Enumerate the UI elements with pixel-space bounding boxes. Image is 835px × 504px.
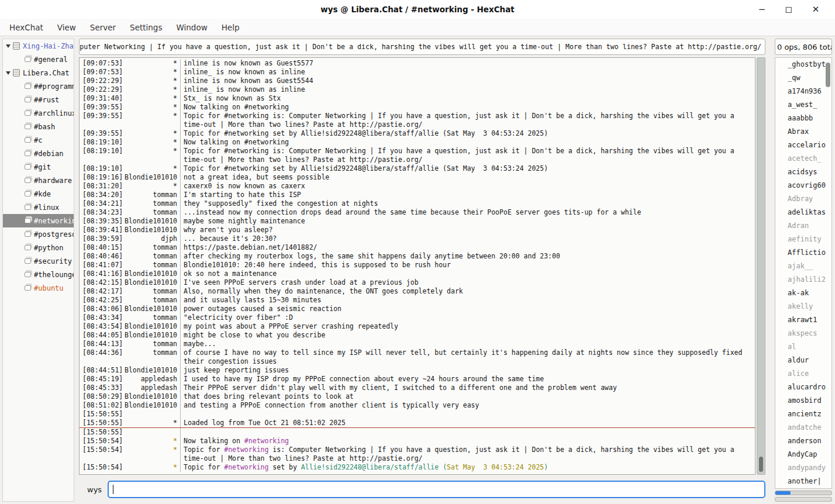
list-item[interactable]: a_west_ bbox=[775, 98, 831, 112]
userlist-column: 0 ops, 806 total _ghostbyt_qwa174n936a_w… bbox=[775, 39, 832, 502]
scrollbar-thumb[interactable] bbox=[759, 457, 763, 472]
list-item[interactable]: amosbird bbox=[775, 394, 831, 408]
list-item[interactable]: ak-ak bbox=[775, 286, 831, 300]
list-item[interactable]: Abrax bbox=[775, 125, 831, 139]
list-item[interactable]: andatche bbox=[775, 421, 831, 434]
nick: tomman bbox=[123, 191, 177, 199]
list-item[interactable]: AndyCap bbox=[775, 448, 831, 461]
timestamp: [08:31:20] bbox=[80, 182, 123, 191]
timestamp: [08:40:15] bbox=[80, 243, 123, 252]
list-item[interactable]: akelly bbox=[775, 300, 831, 313]
list-item[interactable]: Adbray bbox=[775, 192, 831, 206]
message-segment: ok so not a maintenance bbox=[184, 270, 277, 278]
server-icon bbox=[13, 69, 20, 77]
tree-item--c[interactable]: #c bbox=[3, 133, 74, 147]
timestamp: [08:43:06] bbox=[80, 305, 123, 313]
tree-item--bash[interactable]: #bash bbox=[3, 120, 74, 133]
list-item[interactable]: Afflictio bbox=[775, 246, 831, 260]
list-item[interactable]: alice bbox=[775, 367, 831, 381]
tree-item--general[interactable]: #general bbox=[3, 53, 74, 66]
tree-item-xing-hai-zhan[interactable]: Xing-Hai-Zhan bbox=[3, 39, 74, 53]
tree-item--debian[interactable]: #debian bbox=[3, 147, 74, 160]
menu-item-hexchat[interactable]: HexChat bbox=[2, 20, 50, 35]
tree-item--security[interactable]: #security bbox=[3, 254, 74, 268]
channel-icon bbox=[25, 285, 31, 291]
list-item[interactable]: _qw bbox=[775, 71, 831, 85]
pane-splitter[interactable] bbox=[74, 39, 79, 502]
chat-row: [08:39:59]djph... because it's 20:30? bbox=[80, 234, 755, 243]
event-star: * bbox=[123, 446, 177, 463]
message-text: I've seen PPPoE servers crash under load… bbox=[180, 278, 755, 287]
event-star: * bbox=[123, 437, 177, 446]
chat-scrollbar[interactable] bbox=[757, 57, 765, 475]
topic-input[interactable]: Computer Networking | If you have a ques… bbox=[79, 39, 765, 55]
menu-item-view[interactable]: View bbox=[50, 20, 83, 35]
message-text: inline_ is now known as inline bbox=[180, 68, 755, 77]
channel-icon bbox=[25, 164, 31, 170]
minimize-button[interactable]: − bbox=[748, 0, 775, 19]
tree-item--python[interactable]: #python bbox=[3, 241, 74, 254]
chat-row: [08:41:16]Blondie101010ok so not a maint… bbox=[80, 270, 755, 278]
list-item[interactable]: acovrig60 bbox=[775, 179, 831, 192]
message-text: my point was about a PPPoE server crashi… bbox=[180, 322, 755, 331]
channel-icon bbox=[25, 191, 31, 196]
list-item[interactable]: acetech_ bbox=[775, 152, 831, 165]
list-item[interactable]: Adran bbox=[775, 219, 831, 233]
maximize-button[interactable]: ◻ bbox=[775, 0, 802, 19]
list-item[interactable]: anderson bbox=[775, 434, 831, 448]
tree-item--postgresql[interactable]: #postgresql bbox=[3, 227, 74, 241]
menu-item-server[interactable]: Server bbox=[83, 20, 123, 35]
list-item[interactable]: a174n936 bbox=[775, 85, 831, 98]
event-star: * bbox=[123, 68, 177, 77]
tree-item--linux[interactable]: #linux bbox=[3, 201, 74, 214]
message-text: ok so not a maintenance bbox=[180, 270, 755, 278]
close-button[interactable]: ✕ bbox=[802, 0, 829, 19]
pane-splitter-right[interactable] bbox=[765, 39, 770, 502]
list-item[interactable]: aaabbb bbox=[775, 112, 831, 125]
menu-item-window[interactable]: Window bbox=[169, 20, 214, 35]
tree-item--archlinux[interactable]: #archlinux bbox=[3, 106, 74, 120]
menu-item-help[interactable]: Help bbox=[215, 20, 247, 35]
userlist-scrollbar[interactable] bbox=[826, 63, 830, 87]
user-list[interactable]: _ghostbyt_qwa174n936a_west_aaabbbAbraxac… bbox=[775, 57, 832, 489]
list-item[interactable]: akspecs bbox=[775, 327, 831, 340]
list-item[interactable]: akrawt1 bbox=[775, 313, 831, 327]
tree-item--programming[interactable]: ##programming bbox=[3, 80, 74, 93]
tree-item--kde[interactable]: #kde bbox=[3, 187, 74, 201]
list-item[interactable]: _ghostbyt bbox=[775, 58, 831, 71]
nick: Blondie101010 bbox=[123, 322, 177, 331]
tree-item-label: #postgresql bbox=[34, 230, 74, 239]
tree-item--hardware[interactable]: #hardware bbox=[3, 174, 74, 187]
tree-item--thelounge[interactable]: #thelounge bbox=[3, 268, 74, 281]
message-text: ... because it's 20:30? bbox=[180, 234, 755, 243]
tree-item--rust[interactable]: ##rust bbox=[3, 93, 74, 106]
list-item[interactable]: acidsys bbox=[775, 165, 831, 179]
list-item[interactable]: ancientz bbox=[775, 408, 831, 421]
message-text: inline is now known as Guest5577 bbox=[180, 59, 755, 68]
list-item[interactable]: ajak__ bbox=[775, 260, 831, 273]
timestamp: [08:19:10] bbox=[80, 164, 123, 173]
event-star: * bbox=[123, 463, 177, 472]
message-text: Topic for #networking set by Allie!sid29… bbox=[180, 164, 755, 173]
list-item[interactable]: adeliktas bbox=[775, 206, 831, 219]
list-item[interactable]: alucardro bbox=[775, 381, 831, 394]
tree-item-libera-chat[interactable]: Libera.Chat bbox=[3, 66, 74, 80]
message-text: Topic for #networking is: Computer Netwo… bbox=[180, 147, 755, 164]
list-item[interactable]: ajhalili2 bbox=[775, 273, 831, 286]
message-input[interactable] bbox=[108, 481, 765, 498]
chat-row: [08:45:33]appledashTheir PPPoE server di… bbox=[80, 384, 755, 392]
tree-item--networking[interactable]: #networking bbox=[3, 214, 74, 227]
list-item[interactable]: accelario bbox=[775, 139, 831, 152]
list-item[interactable]: andypandy bbox=[775, 461, 831, 475]
chat-area[interactable]: [09:07:53]*inline is now known as Guest5… bbox=[79, 57, 755, 475]
message-segment: Topic for #networking is: Computer Netwo… bbox=[184, 147, 739, 164]
list-item[interactable]: aefinity bbox=[775, 233, 831, 246]
list-item[interactable]: another| bbox=[775, 475, 831, 488]
server-tree[interactable]: Xing-Hai-Zhan#generalLibera.Chat##progra… bbox=[2, 39, 74, 502]
message-text: caxerx0 is now known as caxerx bbox=[180, 182, 755, 191]
menu-item-settings[interactable]: Settings bbox=[123, 20, 169, 35]
list-item[interactable]: al bbox=[775, 340, 831, 354]
tree-item--ubuntu[interactable]: #ubuntu bbox=[3, 281, 74, 295]
list-item[interactable]: aldur bbox=[775, 354, 831, 367]
tree-item--git[interactable]: #git bbox=[3, 160, 74, 174]
